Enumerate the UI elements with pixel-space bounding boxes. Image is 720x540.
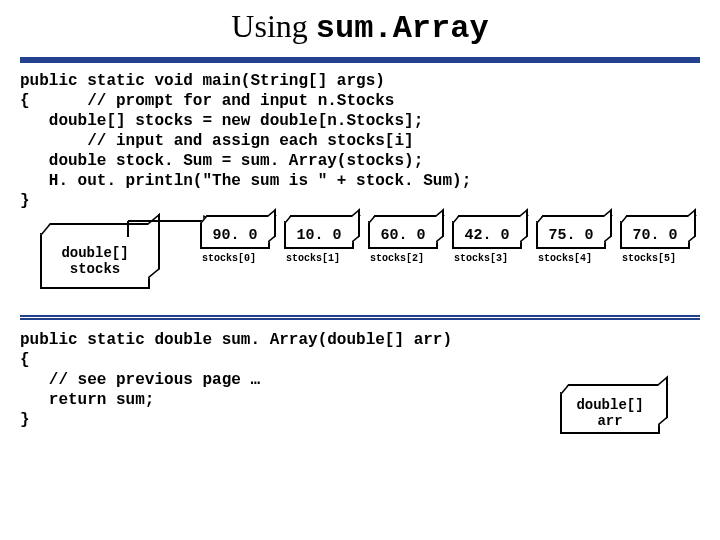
- title-mono: sum.Array: [316, 10, 489, 47]
- array-cell: 90. 0 stocks[0]: [200, 221, 270, 264]
- array-cell: 60. 0 stocks[2]: [368, 221, 438, 264]
- array-cell: 75. 0 stocks[4]: [536, 221, 606, 264]
- array-cell: 70. 0 stocks[5]: [620, 221, 690, 264]
- cell-label: stocks[0]: [200, 253, 270, 264]
- cell-label: stocks[4]: [536, 253, 606, 264]
- cell-value-box: 10. 0: [284, 221, 354, 249]
- cell-value-box: 42. 0: [452, 221, 522, 249]
- cell-value-box: 75. 0: [536, 221, 606, 249]
- arr-variable-box: double[] arr: [560, 392, 660, 434]
- cell-label: stocks[5]: [620, 253, 690, 264]
- cell-label: stocks[3]: [452, 253, 522, 264]
- cell-value: 60. 0: [380, 227, 425, 244]
- array-cell: 42. 0 stocks[3]: [452, 221, 522, 264]
- rule-top: [20, 57, 700, 63]
- cell-value: 10. 0: [296, 227, 341, 244]
- rule-bottom: [20, 315, 700, 320]
- slide-title: Using sum.Array: [0, 0, 720, 57]
- bottom-area: public static double sum. Array(double[]…: [20, 330, 700, 440]
- array-diagram: double[] stocks 90. 0 stocks[0] 10. 0 st…: [20, 219, 700, 309]
- cell-value: 90. 0: [212, 227, 257, 244]
- cell-value: 70. 0: [632, 227, 677, 244]
- array-cells: 90. 0 stocks[0] 10. 0 stocks[1] 60. 0 st…: [200, 221, 690, 264]
- cell-value: 75. 0: [548, 227, 593, 244]
- cell-value-box: 70. 0: [620, 221, 690, 249]
- cell-value-box: 90. 0: [200, 221, 270, 249]
- stocks-variable-box: double[] stocks: [40, 233, 150, 289]
- cell-label: stocks[2]: [368, 253, 438, 264]
- arr-variable-label: double[] arr: [562, 397, 658, 429]
- stocks-variable-label: double[] stocks: [42, 245, 148, 277]
- cell-value-box: 60. 0: [368, 221, 438, 249]
- array-cell: 10. 0 stocks[1]: [284, 221, 354, 264]
- title-prefix: Using: [231, 8, 315, 44]
- cell-label: stocks[1]: [284, 253, 354, 264]
- cell-value: 42. 0: [464, 227, 509, 244]
- code-block-main: public static void main(String[] args) {…: [20, 71, 700, 211]
